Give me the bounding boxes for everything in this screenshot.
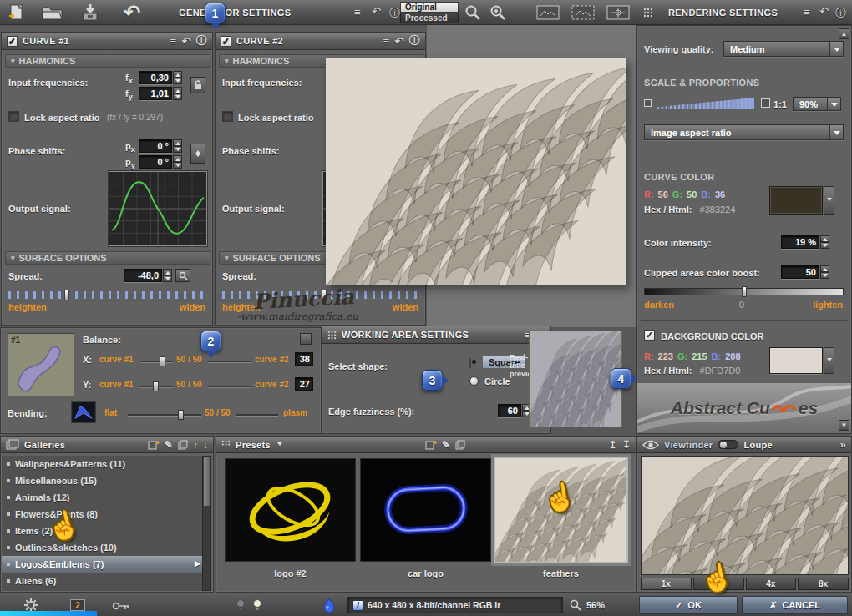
circle-radio[interactable] xyxy=(469,376,479,386)
scale-slider[interactable] xyxy=(657,98,754,109)
viewfinder-title[interactable]: Viewfinder xyxy=(664,440,713,450)
scale-percent-dropdown[interactable]: 90% xyxy=(793,97,841,111)
fy-input[interactable]: 1,01 xyxy=(139,87,172,100)
fit-image-icon[interactable] xyxy=(536,5,560,20)
zoom-1x-button[interactable]: 1x xyxy=(641,578,692,590)
ok-button[interactable]: ✓OK xyxy=(639,596,738,614)
galleries-scrollbar[interactable] xyxy=(202,456,211,591)
curve2-enabled-checkbox[interactable] xyxy=(221,36,231,47)
fx-input[interactable]: 0,30 xyxy=(139,71,172,84)
spread-zoom-icon[interactable] xyxy=(175,269,190,282)
preset-thumbnail[interactable] xyxy=(225,458,356,562)
square-radio[interactable] xyxy=(469,357,471,369)
color-intensity-stepper[interactable] xyxy=(820,235,829,249)
bending-track-left[interactable] xyxy=(128,414,201,416)
curve1-surface-section[interactable]: ▾SURFACE OPTIONS xyxy=(5,251,210,265)
generator-reset-icon[interactable]: ↶ xyxy=(372,5,381,18)
one-to-one-label[interactable]: 1:1 xyxy=(773,99,787,109)
curve1-menu-icon[interactable]: ≡ xyxy=(170,35,177,48)
curve-color-swatch[interactable] xyxy=(769,186,823,215)
curve1-info-icon[interactable]: ⓘ xyxy=(196,33,207,48)
viewing-quality-dropdown[interactable]: Medium xyxy=(723,41,844,57)
curve1-enabled-checkbox[interactable] xyxy=(7,36,18,47)
panel-scroll-down-icon[interactable]: ▼ xyxy=(839,420,849,431)
zoom-preview-icon[interactable] xyxy=(464,4,481,21)
background-color-checkbox[interactable] xyxy=(644,330,655,341)
spread-stepper[interactable] xyxy=(163,269,172,282)
import-preset-icon[interactable]: ↧ xyxy=(622,439,631,451)
select-area-icon[interactable] xyxy=(571,5,595,20)
zoom-percent-text[interactable]: 56% xyxy=(586,600,605,610)
ink-drop-icon[interactable] xyxy=(322,598,336,613)
new-image-button[interactable] xyxy=(7,3,27,23)
lock-aspect-checkbox[interactable] xyxy=(222,111,233,122)
curve1-thumbnail[interactable]: #1 xyxy=(8,333,74,396)
spread-slider[interactable] xyxy=(8,291,207,299)
x-balance-track-left[interactable] xyxy=(141,361,173,362)
gallery-item[interactable]: Items (2) xyxy=(2,523,204,539)
lamp-on-icon[interactable] xyxy=(252,598,262,612)
zoom-8x-button[interactable]: 8x xyxy=(798,578,849,590)
gallery-item[interactable]: Flowers&Plants (8) xyxy=(2,506,204,523)
curve2-menu-icon[interactable]: ≡ xyxy=(383,35,390,48)
background-color-picker-arrow[interactable] xyxy=(824,347,834,374)
bending-track-right[interactable] xyxy=(236,414,278,416)
lock-aspect-checkbox[interactable] xyxy=(8,111,19,122)
center-image-icon[interactable] xyxy=(606,5,630,20)
aspect-ratio-dropdown[interactable]: Image aspect ratio xyxy=(644,124,844,140)
curve2-info-icon[interactable]: ⓘ xyxy=(409,33,420,48)
preset-thumbnail[interactable] xyxy=(360,458,491,562)
undo-button[interactable]: ↶ xyxy=(124,1,140,24)
y-balance-value[interactable]: 27 xyxy=(295,377,313,391)
loupe-label[interactable]: Loupe xyxy=(743,440,773,450)
curve-color-picker-arrow[interactable] xyxy=(824,186,834,215)
cancel-button[interactable]: ✗CANCEL xyxy=(742,596,848,614)
layout-2-icon[interactable]: 2 xyxy=(70,599,85,611)
copy-gallery-icon[interactable] xyxy=(178,440,188,450)
x-balance-value[interactable]: 38 xyxy=(295,352,313,366)
y-balance-track-left[interactable] xyxy=(141,386,173,387)
edge-fuzziness-input[interactable]: 60 xyxy=(498,404,521,417)
rendering-info-icon[interactable]: ⓘ xyxy=(835,6,846,21)
gallery-item[interactable]: Aliens (6) xyxy=(2,573,204,589)
color-intensity-input[interactable]: 19 % xyxy=(781,235,819,249)
px-input[interactable]: 0 ° xyxy=(139,139,172,153)
curve1-reset-icon[interactable]: ↶ xyxy=(181,35,190,48)
gallery-item[interactable]: Outlines&sketches (10) xyxy=(2,539,204,556)
output-signal-graph[interactable] xyxy=(109,171,207,246)
fx-stepper[interactable] xyxy=(173,71,182,84)
add-gallery-icon[interactable] xyxy=(148,440,160,450)
edit-preset-icon[interactable]: ✎ xyxy=(442,439,450,451)
original-option[interactable]: Original xyxy=(400,2,459,13)
clipped-boost-stepper[interactable] xyxy=(820,265,829,279)
py-input[interactable]: 0 ° xyxy=(139,155,172,169)
sort-down-icon[interactable]: ↓ xyxy=(203,440,208,450)
sort-up-icon[interactable]: ↑ xyxy=(193,440,198,450)
y-balance-track-right[interactable] xyxy=(208,386,251,387)
panel-scroll-up-icon[interactable]: ▲ xyxy=(839,28,849,39)
generator-menu-icon[interactable]: ≡ xyxy=(354,6,361,18)
edit-gallery-icon[interactable]: ✎ xyxy=(165,439,173,451)
gallery-item[interactable]: Animals (12) xyxy=(2,489,204,506)
py-stepper[interactable] xyxy=(173,155,182,169)
phase-link-button[interactable] xyxy=(190,144,205,164)
processed-option[interactable]: Processed xyxy=(400,13,459,23)
open-file-button[interactable] xyxy=(42,4,63,21)
fy-stepper[interactable] xyxy=(173,87,182,100)
scrollbar-thumb[interactable] xyxy=(204,457,210,506)
frequency-lock-icon[interactable] xyxy=(190,77,205,93)
bending-thumbnail[interactable] xyxy=(71,401,96,423)
license-key-icon[interactable] xyxy=(112,601,130,611)
circle-option-label[interactable]: Circle xyxy=(484,376,510,386)
copy-preset-icon[interactable] xyxy=(455,440,465,450)
clipped-boost-input[interactable]: 50 xyxy=(781,265,819,279)
expand-icon[interactable]: » xyxy=(839,438,846,451)
scale-min-icon[interactable] xyxy=(644,99,652,107)
spread-input[interactable]: -48,0 xyxy=(124,269,162,282)
balance-options-button[interactable] xyxy=(300,333,312,345)
scale-max-icon[interactable] xyxy=(761,98,770,108)
darken-lighten-slider[interactable] xyxy=(644,288,844,295)
zoom-magnifier-icon[interactable] xyxy=(570,599,581,611)
curve1-harmonics-section[interactable]: ▾HARMONICS xyxy=(5,54,210,68)
background-color-swatch[interactable] xyxy=(769,347,823,374)
